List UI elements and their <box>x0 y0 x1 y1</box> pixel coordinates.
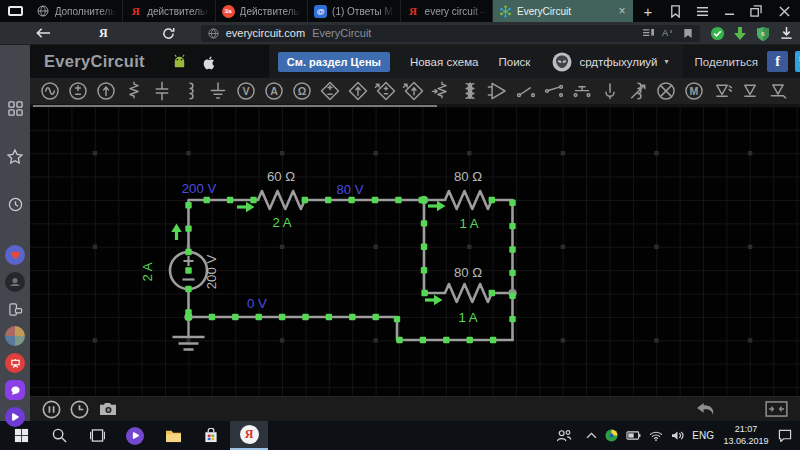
language-indicator[interactable]: ENG <box>692 430 714 441</box>
bookmark-flag-icon[interactable] <box>683 28 693 39</box>
transformer-tool[interactable] <box>456 78 484 104</box>
ammeter-tool[interactable]: A <box>260 78 288 104</box>
resistor[interactable] <box>445 191 492 209</box>
battery-icon[interactable] <box>626 431 641 440</box>
likes-heart-icon[interactable] <box>5 245 25 265</box>
zen-feed-icon[interactable] <box>5 326 25 346</box>
taskbar-search-button[interactable] <box>40 421 78 450</box>
browser-menu-button[interactable] <box>689 0 716 22</box>
led-tool[interactable] <box>708 78 736 104</box>
action-center-icon[interactable] <box>778 429 792 442</box>
probe-tool[interactable] <box>596 78 624 104</box>
window-minimize-button[interactable] <box>716 0 743 22</box>
ground[interactable] <box>173 317 205 350</box>
address-bar[interactable]: everycircuit.com EveryCircuit Aз <box>201 25 700 42</box>
yandex-home-button[interactable]: Я <box>99 26 108 41</box>
downloads-icon[interactable] <box>777 24 795 42</box>
tab-5[interactable]: Я every circuit — Янде <box>401 0 493 22</box>
vcvs-tool[interactable] <box>316 78 344 104</box>
fit-screen-button[interactable] <box>765 401 788 417</box>
grid-dot <box>561 151 565 155</box>
phone-sync-icon[interactable] <box>5 299 25 319</box>
translate-icon[interactable]: Aз <box>662 27 676 39</box>
tab-3[interactable]: За Действительные чис <box>216 0 308 22</box>
apple-icon[interactable] <box>201 53 217 71</box>
variable-inductor-tool[interactable] <box>624 78 652 104</box>
tab-4[interactable]: @ (1) Ответы Mail.ru: за <box>308 0 400 22</box>
history-clock-icon[interactable] <box>8 197 23 212</box>
spdt-switch-tool[interactable] <box>540 78 568 104</box>
tab-list-button[interactable] <box>0 0 31 22</box>
lamp-tool[interactable] <box>652 78 680 104</box>
pushbutton-tool[interactable] <box>568 78 596 104</box>
tab-2[interactable]: Я действительные чис <box>123 0 215 22</box>
new-circuit-button[interactable]: Новая схема <box>410 56 479 68</box>
wifi-icon[interactable] <box>649 431 663 441</box>
start-button[interactable] <box>2 421 40 450</box>
tab-everycircuit-active[interactable]: EveryCircuit × <box>493 0 633 22</box>
charge-dot <box>348 197 354 203</box>
ac-source-tool[interactable] <box>36 78 64 104</box>
resistor[interactable] <box>258 191 305 209</box>
android-icon[interactable] <box>171 53 188 70</box>
wire[interactable] <box>492 200 513 293</box>
protect-check-icon[interactable] <box>708 24 726 42</box>
tray-chevron-up-icon[interactable] <box>586 432 597 439</box>
back-button[interactable] <box>36 27 51 39</box>
voltmeter-tool[interactable]: V <box>232 78 260 104</box>
window-close-button[interactable] <box>769 0 800 22</box>
undo-button[interactable] <box>694 401 718 417</box>
potentiometer-tool[interactable] <box>428 78 456 104</box>
ground-tool[interactable] <box>204 78 232 104</box>
twitter-share-button[interactable] <box>795 51 800 72</box>
user-menu[interactable]: срдтфыхулиуй ▾ <box>552 52 668 72</box>
file-explorer-icon[interactable] <box>154 421 192 450</box>
time-control-button[interactable] <box>70 400 89 419</box>
motor-tool[interactable]: M <box>680 78 708 104</box>
search-button[interactable]: Поиск <box>499 56 531 68</box>
dc-voltage-source-tool[interactable] <box>64 78 92 104</box>
microsoft-store-icon[interactable] <box>192 421 230 450</box>
volume-icon[interactable] <box>671 430 684 441</box>
alice-taskbar-icon[interactable] <box>116 421 154 450</box>
tab-1[interactable]: Дополнительные св <box>31 0 123 22</box>
grid-dot <box>186 151 190 155</box>
spst-switch-tool[interactable] <box>512 78 540 104</box>
chevron-down-icon: ▾ <box>665 57 669 66</box>
vccs-tool[interactable] <box>344 78 372 104</box>
task-view-button[interactable] <box>78 421 116 450</box>
adguard-shield-icon[interactable]: 6 <box>754 24 772 42</box>
people-icon[interactable] <box>556 429 572 442</box>
yandex-browser-taskbar-icon[interactable]: Я <box>230 421 268 450</box>
savefrom-arrow-icon[interactable] <box>731 24 749 42</box>
facebook-share-button[interactable]: f <box>767 51 788 72</box>
taskbar-clock[interactable]: 21:07 13.06.2019 <box>722 424 770 447</box>
tab-close-icon[interactable]: × <box>616 5 627 17</box>
ccvs-tool[interactable] <box>372 78 400 104</box>
avatar[interactable] <box>5 272 25 292</box>
collections-button[interactable] <box>662 0 689 22</box>
schematic-canvas[interactable]: 200 V60 Ω2 A80 V80 Ω1 A80 Ω1 A0 V2 A200 … <box>30 107 800 396</box>
opamp-tool[interactable] <box>484 78 512 104</box>
reload-button[interactable] <box>162 27 175 40</box>
bookmarks-star-icon[interactable] <box>7 149 23 164</box>
resistor[interactable] <box>445 284 492 302</box>
page-actions-icon[interactable] <box>642 28 655 39</box>
capacitor-tool[interactable] <box>148 78 176 104</box>
screenshot-camera-button[interactable] <box>98 401 118 417</box>
pricing-button[interactable]: См. раздел Цены <box>278 52 390 72</box>
cccs-tool[interactable] <box>400 78 428 104</box>
resistor-tool[interactable] <box>120 78 148 104</box>
antivirus-tray-icon[interactable] <box>605 429 618 442</box>
diode-tool[interactable] <box>736 78 764 104</box>
ohmmeter-tool[interactable]: Ω <box>288 78 316 104</box>
window-restore-button[interactable] <box>743 0 770 22</box>
pause-button[interactable] <box>42 400 61 419</box>
messenger-icon[interactable] <box>5 380 25 400</box>
inductor-tool[interactable] <box>176 78 204 104</box>
board-icon[interactable] <box>5 353 25 373</box>
new-tab-button[interactable]: + <box>633 0 662 22</box>
zener-diode-tool[interactable] <box>764 78 792 104</box>
dc-current-source-tool[interactable] <box>92 78 120 104</box>
tableau-grid-icon[interactable] <box>8 101 23 116</box>
